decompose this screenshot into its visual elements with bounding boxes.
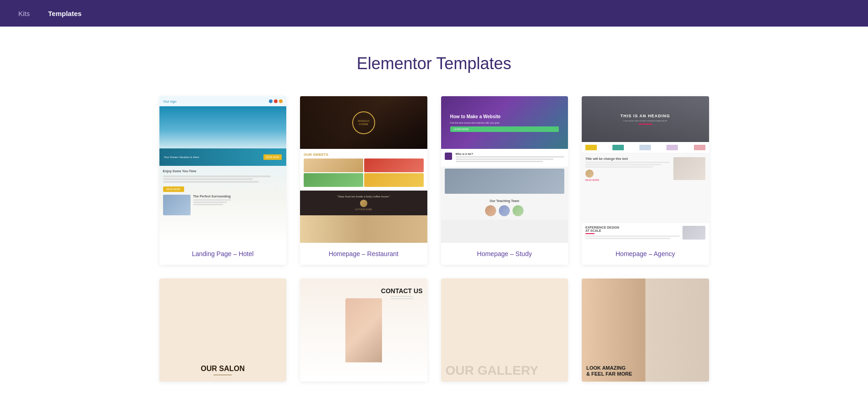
hotel-hero: Your Dream Vacation is Here BOOK NOW bbox=[159, 106, 287, 166]
rest-sweets-title: OUR SWEETS bbox=[304, 153, 424, 157]
rest-sweets-grid bbox=[304, 159, 424, 187]
agency-logo-1 bbox=[585, 145, 597, 150]
salon-title: OUR SALON bbox=[201, 365, 245, 373]
contact-us-title: CONTACT US bbox=[381, 288, 423, 295]
study-hero-sub: Find the best course that matches with y… bbox=[450, 121, 559, 124]
agency-exp: EXPERIENCE DESIGNAT SCALE bbox=[582, 223, 709, 243]
template-thumb-contact: CONTACT US bbox=[300, 279, 427, 382]
hotel-circle-2 bbox=[274, 99, 278, 103]
sl1 bbox=[193, 199, 231, 201]
hotel-img-1 bbox=[163, 195, 191, 215]
template-card-hair[interactable]: LOOK AMAZING& FEEL FAR MORE bbox=[582, 279, 709, 382]
rest-food-3 bbox=[304, 173, 363, 187]
study-hero-btn: LEARN MORE bbox=[450, 126, 559, 132]
hotel-surroundings-lines bbox=[193, 199, 231, 205]
study-icon bbox=[445, 153, 452, 160]
template-thumb-hair: LOOK AMAZING& FEEL FAR MORE bbox=[582, 279, 709, 382]
rest-sweets: OUR SWEETS bbox=[300, 149, 427, 191]
hotel-text-lines bbox=[163, 175, 283, 184]
agency-hero-title: THIS IS AN HEADING bbox=[620, 114, 670, 118]
hotel-circle-1 bbox=[269, 99, 273, 103]
agency-logo-4 bbox=[666, 145, 678, 150]
agency-body: Title will be change this text READ MORE bbox=[582, 153, 709, 223]
agency-hero: THIS IS AN HEADING Lorem ipsum dolor sit… bbox=[582, 96, 709, 142]
hotel-section-title: Enjoy Some You-Time bbox=[163, 169, 283, 173]
template-card-gallery[interactable]: OUR GALLERY bbox=[441, 279, 568, 382]
study-main-img bbox=[445, 169, 565, 194]
agency-exp-lines bbox=[585, 235, 680, 239]
study-who-section: Who is it for? bbox=[441, 149, 568, 167]
hotel-image-row: The Perfect Surrounding bbox=[163, 195, 283, 215]
rest-author-name: AUTHOR NAME bbox=[305, 208, 423, 211]
page-title: Elementor Templates bbox=[18, 54, 850, 73]
hotel-cta-btn: BOOK NOW bbox=[263, 154, 282, 160]
study-avatar-1 bbox=[485, 205, 496, 216]
rest-bottom bbox=[300, 215, 427, 243]
hotel-circles bbox=[269, 99, 283, 103]
rest-food-4 bbox=[364, 173, 424, 187]
template-card-contact[interactable]: CONTACT US bbox=[300, 279, 427, 382]
nav-templates[interactable]: Templates bbox=[48, 10, 82, 17]
agency-exp-img bbox=[682, 226, 705, 240]
study-hero: How to Make a Website Find the best cour… bbox=[441, 96, 568, 149]
template-thumb-gallery: OUR GALLERY bbox=[441, 279, 568, 382]
hotel-logo-bar: Your logo bbox=[159, 96, 287, 106]
agency-hero-sub: Lorem ipsum dolor sit amet consectetur a… bbox=[620, 120, 670, 122]
study-s-title: Who is it for? bbox=[456, 153, 565, 155]
rest-food-2 bbox=[364, 159, 424, 172]
study-team: Our Teaching Team bbox=[441, 196, 568, 220]
study-section-text: Who is it for? bbox=[456, 153, 565, 163]
al2 bbox=[585, 164, 661, 165]
template-thumb-agency: THIS IS AN HEADING Lorem ipsum dolor sit… bbox=[582, 96, 709, 243]
hotel-line-1 bbox=[163, 175, 271, 177]
nav-kits[interactable]: Kits bbox=[18, 10, 30, 17]
templates-grid-row2: OUR SALON CONTACT US OUR GALLERY bbox=[159, 279, 709, 382]
rest-hero: RONALD CUISINE bbox=[300, 96, 427, 149]
template-card-agency[interactable]: THIS IS AN HEADING Lorem ipsum dolor sit… bbox=[582, 96, 709, 265]
template-card-restaurant[interactable]: RONALD CUISINE OUR SWEETS "Tasty bbox=[300, 96, 427, 265]
contact-text-area: CONTACT US bbox=[381, 288, 423, 301]
ael1 bbox=[585, 235, 680, 237]
contact-person-img bbox=[345, 298, 382, 362]
hotel-circle-3 bbox=[279, 99, 283, 103]
agency-read-more: READ MORE bbox=[585, 179, 670, 181]
study-avatar-2 bbox=[499, 205, 510, 216]
template-thumb-salon: OUR SALON bbox=[159, 279, 287, 382]
agency-hero-line bbox=[639, 124, 652, 125]
template-label-study: Homepage – Study bbox=[441, 243, 568, 265]
study-img-section bbox=[441, 167, 568, 196]
rest-food-1 bbox=[304, 159, 363, 172]
hotel-line-2 bbox=[163, 178, 253, 180]
agency-exp-left: EXPERIENCE DESIGNAT SCALE bbox=[585, 226, 680, 240]
template-label-hotel: Landing Page – Hotel bbox=[159, 243, 287, 265]
agency-side-img bbox=[673, 157, 705, 219]
template-label-agency: Homepage – Agency bbox=[582, 243, 709, 265]
al3 bbox=[585, 166, 653, 168]
agency-hero-content: THIS IS AN HEADING Lorem ipsum dolor sit… bbox=[620, 114, 670, 125]
hotel-surroundings: The Perfect Surrounding bbox=[193, 195, 231, 205]
agency-content: Title will be change this text READ MORE bbox=[585, 157, 670, 219]
header: Kits Templates bbox=[0, 0, 868, 27]
contact-hero: CONTACT US bbox=[300, 279, 427, 382]
sl3 bbox=[193, 204, 224, 205]
rest-quote-text: "Tasty food set inside a lively coffee h… bbox=[305, 195, 423, 198]
template-card-study[interactable]: How to Make a Website Find the best cour… bbox=[441, 96, 568, 265]
al1 bbox=[585, 162, 670, 163]
contact-sub-line-2 bbox=[390, 298, 413, 299]
template-card-salon[interactable]: OUR SALON bbox=[159, 279, 287, 382]
agency-exp-accent bbox=[585, 233, 595, 234]
template-thumb-study: How to Make a Website Find the best cour… bbox=[441, 96, 568, 243]
gallery-text: OUR GALLERY bbox=[446, 364, 539, 377]
sl2 bbox=[193, 202, 227, 203]
study-team-title: Our Teaching Team bbox=[445, 199, 565, 202]
template-thumb-restaurant: RONALD CUISINE OUR SWEETS "Tasty bbox=[300, 96, 427, 243]
agency-logos-bar bbox=[582, 142, 709, 153]
study-team-row bbox=[445, 205, 565, 216]
main-content: Elementor Templates Your logo Your D bbox=[0, 27, 868, 400]
agency-thumb-img bbox=[673, 157, 705, 180]
study-hero-title: How to Make a Website bbox=[450, 114, 505, 120]
template-card-hotel[interactable]: Your logo Your Dream Vacation is Here BO… bbox=[159, 96, 287, 265]
ael2 bbox=[585, 238, 670, 239]
agency-logo-2 bbox=[612, 145, 624, 150]
hair-title: LOOK AMAZING& FEEL FAR MORE bbox=[586, 365, 632, 377]
